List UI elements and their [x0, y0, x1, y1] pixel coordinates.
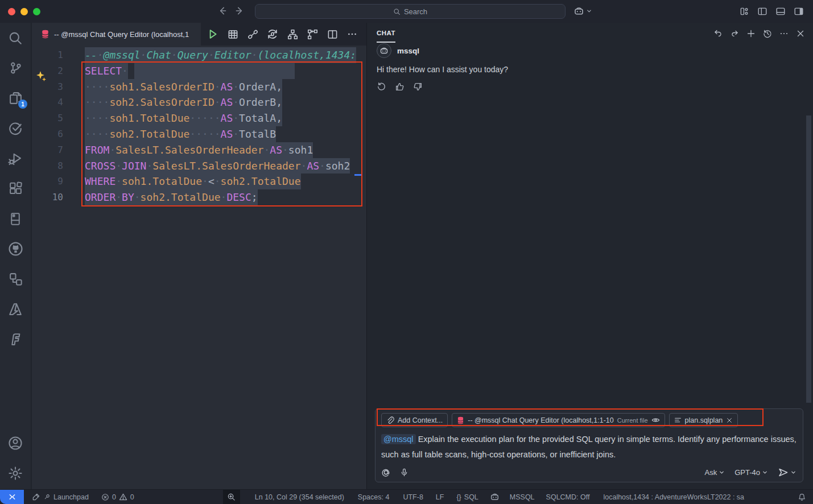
copilot-menu[interactable]	[573, 6, 592, 16]
more-actions-icon[interactable]	[779, 29, 789, 38]
add-context-button[interactable]: Add Context...	[381, 413, 448, 427]
sidebar-item-source-control[interactable]	[0, 53, 31, 83]
minimize-window-button[interactable]	[20, 8, 28, 15]
schema-visualizer-icon[interactable]	[285, 27, 300, 42]
indentation[interactable]: Spaces: 4	[358, 493, 390, 501]
sidebar-item-accounts[interactable]	[0, 428, 31, 458]
context-chip-sqlplan[interactable]: plan.sqlplan	[669, 413, 738, 427]
thumbs-down-icon[interactable]	[413, 82, 423, 92]
braces-icon: {}	[456, 493, 461, 501]
language-mode[interactable]: {} SQL	[456, 493, 478, 501]
results-grid-icon[interactable]	[225, 27, 240, 42]
code-line[interactable]: 7FROM·SalesLT.SalesOrderHeader·AS·soh1	[32, 142, 366, 158]
code-line[interactable]: 9WHERE·soh1.TotalDue·<·soh2.TotalDue	[32, 173, 366, 189]
problems-button[interactable]: 0 0	[101, 493, 134, 501]
line-number: 8	[32, 158, 63, 174]
mssql-mention[interactable]: @mssql	[381, 434, 416, 444]
redo-icon[interactable]	[730, 29, 739, 38]
source-control-icon	[9, 61, 23, 75]
chat-scrollbar[interactable]	[806, 115, 811, 403]
command-center-search[interactable]: Search	[255, 4, 566, 19]
code-line[interactable]: 6····soh2.TotalDue·····AS·TotalB	[32, 126, 366, 142]
sqlcmd-toggle[interactable]: SQLCMD: Off	[546, 493, 590, 501]
connection-status[interactable]: localhost,1434 : AdventureWorksLT2022 : …	[603, 493, 744, 501]
bell-icon	[798, 493, 806, 501]
chat-panel-header: CHAT	[367, 23, 813, 44]
warning-count: 0	[130, 493, 134, 501]
editor-tab[interactable]: -- @mssql Chat Query Editor (localhost,1	[32, 23, 201, 46]
toggle-secondary-sidebar-icon[interactable]	[794, 6, 804, 16]
database-icon	[41, 30, 49, 39]
history-icon[interactable]	[763, 29, 772, 38]
zoom-widget[interactable]	[223, 490, 240, 504]
code-lines: 1--·@mssql·Chat·Query·Editor·(localhost,…	[32, 47, 366, 205]
code-line[interactable]: 4····soh2.SalesOrderID·AS·OrderB,	[32, 94, 366, 110]
undo-icon[interactable]	[713, 29, 723, 38]
close-icon[interactable]	[726, 417, 733, 424]
sidebar-item-github[interactable]	[0, 234, 31, 264]
sidebar-item-search[interactable]	[0, 23, 31, 53]
code-line[interactable]: 1--·@mssql·Chat·Query·Editor·(localhost,…	[32, 47, 366, 63]
sidebar-item-database-projects[interactable]	[0, 204, 31, 234]
list-icon	[674, 416, 682, 424]
close-window-button[interactable]	[8, 8, 15, 15]
chat-input-controls: Ask GPT-4o	[381, 467, 796, 478]
code-editor[interactable]: 1--·@mssql·Chat·Query·Editor·(localhost,…	[32, 46, 366, 205]
database-icon	[457, 416, 464, 424]
cursor-position[interactable]: Ln 10, Col 29 (354 selected)	[255, 493, 344, 501]
thumbs-up-icon[interactable]	[395, 82, 405, 92]
code-line[interactable]: 2SELECT·	[32, 63, 366, 79]
zoom-window-button[interactable]	[33, 8, 40, 15]
notifications-bell[interactable]	[798, 493, 806, 501]
back-icon[interactable]	[217, 6, 228, 16]
code-line[interactable]: 5····soh1.TotalDue·····AS·TotalA,	[32, 110, 366, 126]
more-actions-icon[interactable]	[345, 27, 360, 42]
mode-selector[interactable]: Ask	[705, 468, 725, 477]
toggle-panel-icon[interactable]	[775, 6, 786, 16]
forward-icon[interactable]	[234, 6, 245, 16]
split-editor-icon[interactable]	[325, 27, 340, 42]
context-chip-current-file[interactable]: -- @mssql Chat Query Editor (localhost,1…	[452, 413, 665, 427]
line-number: 1	[32, 47, 63, 63]
refresh-connection-icon[interactable]	[265, 27, 280, 42]
mention-icon[interactable]	[381, 468, 391, 477]
model-selector[interactable]: GPT-4o	[734, 468, 767, 477]
regenerate-icon[interactable]	[377, 82, 386, 92]
line-number: 5	[32, 110, 63, 126]
sidebar-item-settings[interactable]	[0, 458, 31, 488]
toggle-primary-sidebar-icon[interactable]	[757, 6, 767, 16]
connect-icon[interactable]	[245, 27, 260, 42]
mssql-status[interactable]: MSSQL	[510, 493, 535, 501]
estimated-plan-icon[interactable]	[305, 27, 320, 42]
chat-input-container[interactable]: Add Context... -- @mssql Chat Query Edit…	[375, 408, 803, 482]
sidebar-item-run-and-debug[interactable]	[0, 143, 31, 173]
send-button[interactable]	[778, 467, 796, 478]
launchpad-button[interactable]: Launchpad	[32, 493, 89, 501]
copilot-status[interactable]	[490, 492, 500, 502]
tab-chat[interactable]: CHAT	[377, 30, 395, 38]
eol-selector[interactable]: LF	[436, 493, 444, 501]
code-line[interactable]: 8CROSS·JOIN·SalesLT.SalesOrderHeader·AS·…	[32, 158, 366, 174]
sidebar-item-explorer[interactable]: 1	[0, 83, 31, 113]
encoding[interactable]: UTF-8	[403, 493, 423, 501]
close-icon[interactable]	[796, 29, 805, 38]
new-chat-icon[interactable]	[746, 29, 756, 38]
customize-layout-icon[interactable]	[739, 6, 749, 16]
code-line[interactable]: 3····soh1.SalesOrderID·AS·OrderA,	[32, 79, 366, 95]
chat-prompt-text[interactable]: @mssql Explain the execution plan for th…	[381, 432, 799, 462]
sidebar-item-connections[interactable]	[0, 264, 31, 294]
sidebar-item-extensions[interactable]	[0, 173, 31, 204]
sidebar-item-testing[interactable]	[0, 113, 31, 143]
line-number: 7	[32, 142, 63, 158]
copilot-icon	[490, 492, 500, 502]
microphone-icon[interactable]	[400, 468, 408, 477]
run-query-icon[interactable]	[205, 27, 220, 42]
sidebar-item-fabric[interactable]	[0, 324, 31, 354]
copilot-sparkle-icon[interactable]	[35, 71, 48, 83]
sidebar-item-azure[interactable]	[0, 294, 31, 324]
code-line[interactable]: 10ORDER·BY·soh2.TotalDue·DESC;	[32, 189, 366, 205]
line-number: 10	[32, 189, 63, 205]
eye-icon[interactable]	[651, 416, 660, 424]
context-file-label: -- @mssql Chat Query Editor (localhost,1…	[468, 416, 614, 424]
remote-indicator[interactable]	[0, 490, 24, 504]
